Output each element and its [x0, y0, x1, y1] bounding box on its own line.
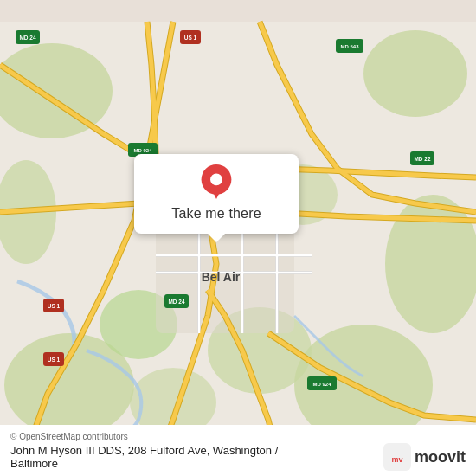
svg-text:MD 24: MD 24 [19, 35, 36, 41]
moovit-logo: mv moovit [383, 443, 466, 471]
moovit-brand-text: moovit [415, 448, 466, 466]
address-text: John M Hyson III DDS, 208 Fulford Ave, W… [10, 444, 383, 470]
attribution: © OpenStreetMap contributors [10, 432, 466, 441]
svg-text:US 1: US 1 [48, 303, 61, 309]
map-container: Bel Air MD 24 US 1 MD 543 MD 924 MD 22 M… [0, 0, 476, 476]
svg-point-2 [363, 30, 467, 117]
svg-point-32 [210, 173, 222, 185]
address-row: John M Hyson III DDS, 208 Fulford Ave, W… [10, 443, 466, 471]
address-line2: Baltimore [10, 457, 58, 470]
location-pin-icon [199, 164, 234, 199]
svg-text:MD 924: MD 924 [133, 148, 152, 153]
svg-text:MD 24: MD 24 [168, 299, 185, 305]
map-svg: Bel Air MD 24 US 1 MD 543 MD 924 MD 22 M… [0, 0, 476, 476]
moovit-icon: mv [383, 443, 411, 471]
address-line1: John M Hyson III DDS, 208 Fulford Ave, W… [10, 444, 278, 457]
bottom-bar: © OpenStreetMap contributors John M Hyso… [0, 425, 476, 476]
svg-text:US 1: US 1 [48, 357, 61, 363]
svg-text:mv: mv [391, 455, 402, 464]
svg-text:MD 543: MD 543 [340, 44, 359, 49]
svg-text:MD 22: MD 22 [414, 156, 431, 162]
svg-text:MD 924: MD 924 [312, 382, 331, 387]
take-me-there-button[interactable]: Take me there [171, 204, 261, 223]
svg-text:US 1: US 1 [184, 35, 197, 41]
svg-text:Bel Air: Bel Air [202, 270, 241, 284]
popup: Take me there [134, 154, 299, 234]
